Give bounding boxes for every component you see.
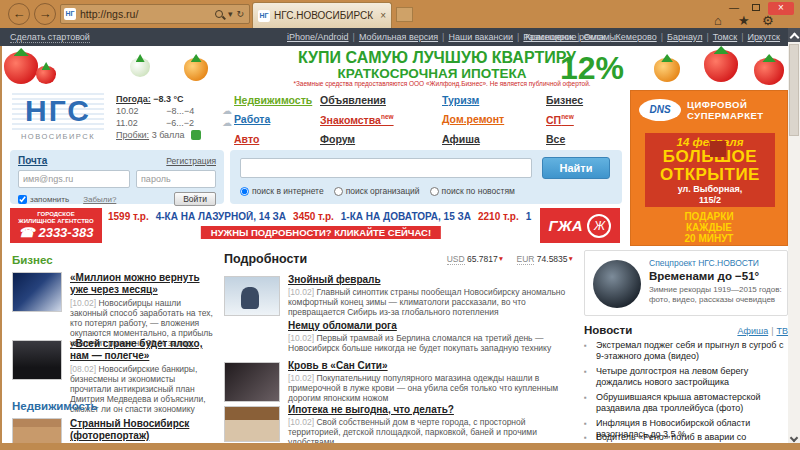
article-thumbnail[interactable] (224, 362, 280, 402)
menu-dating[interactable]: Знакомстваnew (320, 113, 442, 126)
radio-news[interactable] (430, 187, 439, 196)
city-barnaul[interactable]: Барнаул (667, 32, 713, 42)
home-icon[interactable]: ⌂ (714, 13, 722, 28)
news-item[interactable]: Четыре долгостроя на левом берегу дождал… (584, 366, 788, 388)
link-mobile-version[interactable]: Мобильная версия (359, 32, 449, 42)
rate-down-icon (498, 254, 504, 264)
menu-ads[interactable]: Объявления (320, 94, 442, 106)
weather-link[interactable]: Погода: (116, 94, 151, 104)
search-scope-options: поиск в интернете поиск организаций поис… (240, 186, 525, 196)
remember-checkbox[interactable] (18, 195, 27, 204)
dns-ad-banner[interactable]: DNS ЦИФРОВОЙСУПЕРМАРКЕТ 14 февраля БОЛЬШ… (630, 90, 788, 246)
option-search-internet[interactable]: поиск в интернете (240, 186, 324, 196)
option-search-orgs[interactable]: поиск организаций (334, 186, 420, 196)
traffic-value: 3 балла (152, 130, 185, 140)
menu-realty[interactable]: Недвижимость (234, 94, 320, 106)
article-thumbnail[interactable] (12, 272, 62, 312)
article-thumbnail[interactable] (224, 406, 280, 442)
article-title[interactable]: Странный Новосибирск (фоторепортаж) (70, 418, 216, 442)
spec-label[interactable]: Спецпроект НГС.НОВОСТИ (649, 258, 759, 268)
city-irkutsk[interactable]: Иркутск (748, 32, 780, 42)
usd-rate[interactable]: USD 65.7817 (447, 254, 505, 264)
mail-link[interactable]: Почта (18, 155, 47, 166)
radio-orgs[interactable] (334, 187, 343, 196)
traffic-badge-icon (191, 130, 201, 140)
spec-project-card[interactable]: Спецпроект НГС.НОВОСТИ Временами до −51°… (584, 250, 788, 316)
gzha-emblem-icon: Ж (587, 214, 611, 238)
article-title[interactable]: Знойный февраль (288, 274, 574, 286)
menu-sp[interactable]: СПnew (546, 113, 616, 126)
ngs-logo[interactable]: НГС (12, 92, 104, 130)
spec-title[interactable]: Временами до −51° (649, 270, 759, 282)
logo-city-label: НОВОСИБИРСК (12, 132, 104, 141)
gzha-ad-banner[interactable]: ГОРОДСКОЕЖИЛИЩНОЕ АГЕНТСТВО ☎ 2333-383 1… (10, 208, 620, 243)
forecast-date: 11.02 (116, 117, 138, 129)
new-tab-button[interactable] (396, 7, 413, 22)
city-kemerovo[interactable]: Кемерово (616, 32, 667, 42)
menu-business[interactable]: Бизнес (546, 94, 616, 106)
login-button[interactable]: Войти (174, 192, 216, 206)
link-vacancies[interactable]: Наши вакансии (448, 32, 523, 42)
set-homepage-link[interactable]: Сделать стартовой (10, 32, 90, 43)
forgot-password-link[interactable]: Забыли? (83, 195, 116, 204)
article-thumbnail[interactable] (224, 276, 280, 316)
refresh-icon[interactable]: ↻ (236, 9, 244, 19)
city-krasnoyarsk[interactable]: Красноярск (525, 32, 583, 42)
section-news-header[interactable]: Новости (584, 324, 632, 336)
search-icon[interactable] (215, 10, 223, 18)
menu-all[interactable]: Все (546, 133, 616, 145)
article-title[interactable]: Немцу обломали рога (288, 320, 574, 332)
tab-ngs[interactable]: НГ НГС.НОВОСИБИРСК × (252, 2, 392, 28)
city-tomsk[interactable]: Томск (713, 32, 748, 42)
section-business-header[interactable]: Бизнес (12, 254, 53, 266)
search-input[interactable] (240, 158, 532, 178)
address-bar[interactable]: НГ http://ngs.ru/ ▾ ↻ (60, 4, 250, 24)
menu-auto[interactable]: Авто (234, 133, 320, 145)
menu-afisha[interactable]: Афиша (442, 133, 546, 145)
article-title[interactable]: Ипотека не выгодна, что делать? (288, 404, 574, 416)
scroll-down-icon[interactable] (790, 434, 798, 442)
settings-gear-icon[interactable]: ⚙ (762, 13, 774, 28)
menu-forum[interactable]: Форум (320, 133, 442, 145)
favorites-star-icon[interactable]: ★ (738, 13, 750, 28)
menu-home-repair[interactable]: Дом.ремонт (442, 113, 546, 126)
dns-headline1: БОЛЬШОЕ (645, 148, 775, 166)
promo-banner[interactable]: КУПИ САМУЮ ЛУЧШУЮ КВАРТИРУ КРАТКОСРОЧНАЯ… (2, 46, 788, 88)
radio-internet[interactable] (240, 187, 249, 196)
gzha-cta-button[interactable]: НУЖНЫ ПОДРОБНОСТИ? КЛИКАЙТЕ СЕЙЧАС! (201, 226, 441, 239)
vertical-scrollbar[interactable] (788, 28, 800, 443)
tv-link[interactable]: ТВ (776, 326, 788, 336)
password-field[interactable] (136, 170, 216, 188)
afisha-link[interactable]: Афиша (737, 326, 776, 336)
page-content: НГС НОВОСИБИРСК Погода: −8.3 °C 10.02 −8… (2, 88, 788, 443)
article-thumbnail[interactable] (12, 340, 62, 380)
news-item[interactable]: Водитель «Рено» погиб в аварии со встреч… (584, 432, 788, 443)
city-omsk[interactable]: Омск (584, 32, 616, 42)
article-title[interactable]: «Миллион можно вернуть уже через месяц» (70, 272, 216, 296)
article-title[interactable]: «Всей стране будет плохо, нам — полегче» (70, 338, 216, 362)
article-summary: [10.02] Покупательницу популярного магаз… (288, 373, 574, 403)
forward-button[interactable]: → (34, 3, 56, 25)
option-search-news[interactable]: поиск по новостям (430, 186, 515, 196)
url-text[interactable]: http://ngs.ru/ (80, 8, 212, 20)
traffic-link[interactable]: Пробки: (116, 130, 149, 140)
menu-tourism[interactable]: Туризм (442, 94, 546, 106)
tab-close-icon[interactable]: × (380, 10, 386, 21)
news-item[interactable]: Обрушившаяся крыша автомастерской раздав… (584, 392, 788, 414)
section-details-header[interactable]: Подробности (224, 252, 307, 266)
scrollbar-thumb[interactable] (789, 44, 799, 136)
eur-rate[interactable]: EUR 74.5835 (517, 254, 575, 264)
menu-jobs[interactable]: Работа (234, 113, 320, 126)
section-realty-header[interactable]: Недвижимость (12, 400, 98, 412)
scroll-up-button[interactable] (788, 28, 800, 42)
article-thumbnail[interactable] (12, 418, 62, 443)
back-button[interactable]: ← (8, 3, 30, 25)
email-field[interactable] (18, 170, 130, 188)
dropdown-icon[interactable]: ▾ (228, 9, 233, 19)
register-link[interactable]: Регистрация (166, 156, 216, 166)
link-iphone-android[interactable]: iPhone/Android (287, 32, 359, 42)
article-title[interactable]: Кровь в «Сан Сити» (288, 360, 574, 372)
news-item[interactable]: Экстремал поджег себя и прыгнул в сугроб… (584, 340, 788, 362)
search-button[interactable]: Найти (542, 157, 610, 179)
gzha-logo-block: ГЖА Ж (540, 208, 620, 243)
